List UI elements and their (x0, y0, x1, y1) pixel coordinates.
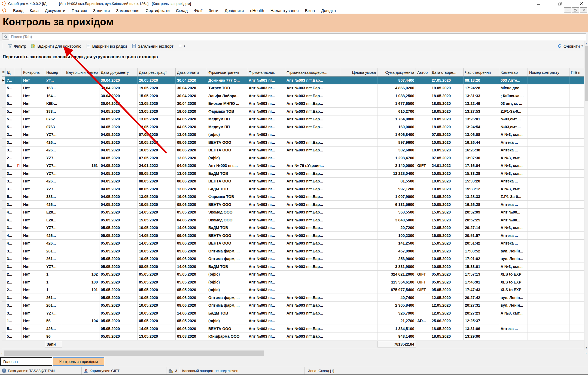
horizontal-scrollbar[interactable]: ‹ › (0, 350, 588, 356)
tab-home[interactable]: Головна (0, 357, 52, 366)
table-row[interactable]: 2...Нет110005.05.202005.05.202005.05.202… (2, 278, 584, 286)
table-row[interactable]: 2...Нет110105.05.202005.05.202005.05.202… (2, 286, 584, 294)
menu-dovidnyky[interactable]: Довідники (225, 8, 244, 13)
column-header-doc_date[interactable]: Дата документу (99, 68, 138, 76)
column-header-author[interactable]: Автор (416, 68, 430, 76)
column-header-internal[interactable]: Внутрішній номер (62, 68, 99, 76)
column-header-pib[interactable]: ПІБ п (569, 68, 584, 76)
table-row[interactable]: 4...Нет426...05.05.202014.05.202009.06.2… (2, 240, 584, 248)
mdi-close-icon[interactable] (580, 7, 587, 13)
open-for-control-button[interactable]: Відкрити для контролю (29, 43, 84, 50)
table-row[interactable]: 4...Нет426...05.05.202014.05.202009.06.2… (2, 232, 584, 240)
menu-kasa[interactable]: Каса (30, 8, 39, 13)
export-button[interactable]: Загальний експорт (129, 43, 176, 50)
cell-author (416, 139, 430, 146)
table-row[interactable]: 5...Нет164...30.04.202015.05.202030.04.2… (2, 92, 584, 100)
column-header-time[interactable]: Час створення (464, 68, 499, 76)
search-input[interactable] (9, 35, 586, 39)
menu-zamovlennia[interactable]: Замовлення (116, 8, 139, 13)
vertical-scrollbar[interactable]: ▲ ▼ (584, 41, 588, 350)
search-icon[interactable] (3, 34, 9, 40)
cell-created: 18.05.2020 (430, 115, 464, 123)
column-header-reg_date[interactable]: Дата реєстрації (138, 68, 176, 76)
menu-sklad[interactable]: Склад (176, 8, 188, 13)
tab-control-prihod[interactable]: Контроль за прихідом (53, 357, 104, 366)
horizontal-scroll-thumb[interactable] (4, 350, 264, 356)
vertical-scroll-thumb[interactable] (585, 46, 588, 101)
column-header-flag[interactable] (15, 68, 22, 76)
close-icon[interactable] (578, 1, 584, 6)
table-row[interactable]: 3...НетYZ7...05.05.202010.05.202014.06.2… (2, 309, 584, 317)
filter-button[interactable]: Фільтр (5, 43, 29, 50)
cell-owner: Апт №003 пг... (247, 325, 285, 333)
column-header-sum[interactable]: Сума документа (377, 68, 416, 76)
column-header-number[interactable]: Номер (45, 68, 62, 76)
menu-platezhi[interactable]: Платежі (72, 8, 87, 13)
table-row[interactable]: 1...Нет5610405.05.202005.05.202005.05.20… (2, 317, 584, 325)
menu-sertyfikaty[interactable]: Сертифікати (146, 8, 170, 13)
scroll-right-icon[interactable]: › (584, 350, 588, 356)
list-options-button[interactable]: ▾ (176, 43, 188, 49)
open-all-rows-button[interactable]: Відкрити всі рядки (84, 43, 130, 50)
table-row[interactable]: 3...НетYZ7...04.05.202008.05.202013.06.2… (2, 170, 584, 178)
table-row[interactable]: 2...НетYZ7...04.05.202007.05.202013.06.2… (2, 154, 584, 162)
table-row[interactable]: ▶7...НетУТ...30.04.202026.05.202030.04.2… (2, 77, 584, 84)
column-header-owner[interactable]: Фірма-власник (247, 68, 285, 76)
column-header-contract[interactable]: Номер контракту (528, 68, 569, 76)
table-row[interactable]: 3...НетYZ7...05.05.202010.05.202014.06.2… (2, 224, 584, 232)
table-row[interactable]: 3...НетYZ7...05.05.202008.05.202014.06.2… (2, 263, 584, 271)
table-row[interactable]: 5...Нет076304.05.202013.05.202004.05.202… (2, 123, 584, 131)
refresh-button[interactable]: Оновити ▾ (555, 43, 585, 50)
table-row[interactable]: 5...Нет383...04.05.202013.05.202019.06.2… (2, 108, 584, 115)
toolbar-grip[interactable] (2, 43, 3, 49)
column-header-control[interactable]: Контроль (22, 68, 45, 76)
table-row[interactable]: 5...Нет076204.05.202013.05.202004.05.202… (2, 115, 584, 123)
column-header-created[interactable]: Дата створе... (430, 68, 464, 76)
table-row[interactable]: 3...Нет261...05.05.202010.05.202009.06.2… (2, 247, 584, 255)
menu-dokumenty[interactable]: Документи (45, 8, 65, 13)
table-row[interactable]: 3...Нет426...04.05.202010.05.202008.06.2… (2, 139, 584, 147)
table-row[interactable]: 3...Нет261...05.05.202010.05.202009.06.2… (2, 255, 584, 263)
table-row[interactable]: 3...Нет426...04.05.202010.05.202008.06.2… (2, 201, 584, 209)
table-row[interactable]: 3...Нет261...05.05.202010.05.202009.06.2… (2, 294, 584, 302)
minimize-icon[interactable] (536, 1, 542, 6)
column-header-contragent[interactable]: Фірма-контрагент (207, 68, 247, 76)
table-row[interactable]: 3...Нет426...04.05.202008.05.202008.06.2… (2, 178, 584, 185)
column-header-price[interactable]: Цінова умова (340, 68, 377, 76)
column-header-comment[interactable]: Коментар (499, 68, 528, 76)
menu-vikna[interactable]: Вікна (305, 8, 315, 13)
mdi-minimize-icon[interactable] (564, 7, 571, 13)
menu-ehealth[interactable]: eHealth (250, 8, 264, 13)
menu-vyhid[interactable]: Вихід (13, 8, 23, 13)
table-row[interactable]: 5...Нет168...30.04.202019.05.202030.04.2… (2, 84, 584, 92)
menu-zvity[interactable]: Звіти (209, 8, 218, 13)
table-row[interactable]: 5...Нет383...04.05.202013.05.202019.06.2… (2, 193, 584, 201)
restore-icon[interactable] (557, 1, 563, 6)
menu-filii[interactable]: Філії (194, 8, 202, 13)
table-row[interactable]: 3...Нет261...05.05.202010.05.202009.06.2… (2, 302, 584, 310)
column-header-id[interactable]: ІД (5, 68, 15, 76)
table-row[interactable]: 2...Нет110205.05.202005.05.202005.05.202… (2, 271, 584, 279)
column-header-ind[interactable]: ≣ (2, 68, 5, 76)
scroll-up-icon[interactable]: ▲ (584, 41, 588, 46)
menu-nalashtuvannia[interactable]: Налаштування (270, 8, 299, 13)
column-header-pay_date[interactable]: Дата оплати (176, 68, 207, 76)
cell-control: Нет (22, 309, 45, 317)
table-row[interactable]: 4...НетE20...05.05.202014.05.202005.05.2… (2, 209, 584, 217)
table-row[interactable]: 4...НетE20...05.05.202015.05.202004.06.2… (2, 216, 584, 224)
cell-price (340, 302, 377, 309)
menu-dovidka[interactable]: Довідка (321, 8, 336, 13)
table-row[interactable]: 5...НетKIE-...30.04.202013.05.202030.04.… (2, 100, 584, 108)
table-row[interactable]: 3...НетYZ7...04.05.202008.05.202013.06.2… (2, 185, 584, 193)
cell-doc_date: 05.05.2020 (99, 325, 138, 333)
scroll-left-icon[interactable]: ‹ (0, 350, 4, 356)
column-header-consignee[interactable]: Фірма-вантажоодерж... (285, 68, 340, 76)
mdi-restore-icon[interactable] (572, 7, 579, 13)
menu-zalyshky[interactable]: Залишки (93, 8, 110, 13)
table-row[interactable]: 6...ПНетYZ7...15104.05.202024.01.202204.… (2, 162, 584, 170)
table-row[interactable]: 5...Нет426...05.05.202014.05.202009.06.2… (2, 325, 584, 333)
table-row[interactable]: 2...НетYZ7...04.05.202007.05.202013.06.2… (2, 131, 584, 139)
table-row[interactable]: 3...Нет426...04.05.202010.05.202008.06.2… (2, 147, 584, 154)
scroll-down-icon[interactable]: ▼ (584, 346, 588, 350)
table-row[interactable]: 5...Нет9605.05.202013.05.202003.08.2020Ю… (2, 333, 584, 341)
